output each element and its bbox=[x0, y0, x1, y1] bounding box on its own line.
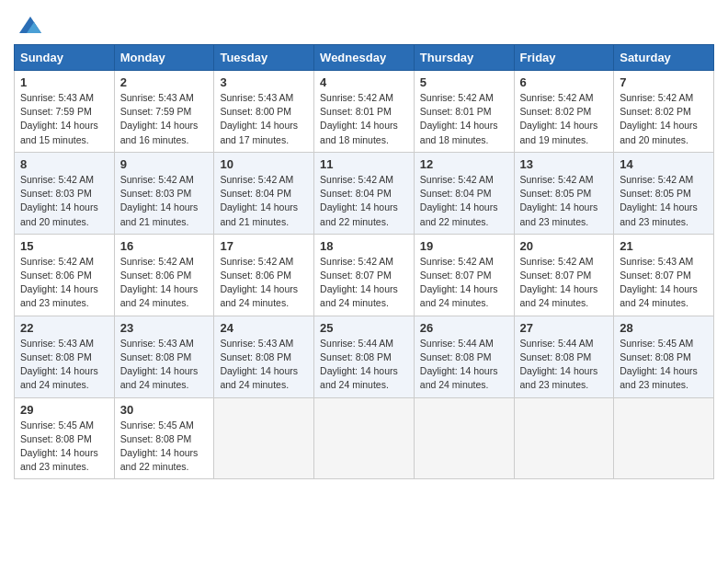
day-info: Sunrise: 5:42 AM Sunset: 8:01 PM Dayligh… bbox=[420, 91, 508, 147]
daylight-label: Daylight: 14 hours and 22 minutes. bbox=[420, 201, 498, 226]
day-info: Sunrise: 5:42 AM Sunset: 8:06 PM Dayligh… bbox=[120, 255, 209, 311]
sunset-label: Sunset: 8:08 PM bbox=[20, 351, 92, 362]
daylight-label: Daylight: 14 hours and 23 minutes. bbox=[520, 201, 598, 226]
calendar-cell: 27 Sunrise: 5:44 AM Sunset: 8:08 PM Dayl… bbox=[514, 316, 614, 397]
logo-icon bbox=[17, 13, 43, 39]
daylight-label: Daylight: 14 hours and 24 minutes. bbox=[320, 283, 398, 308]
calendar-week-row: 22 Sunrise: 5:43 AM Sunset: 8:08 PM Dayl… bbox=[15, 316, 714, 397]
day-number: 25 bbox=[320, 321, 408, 335]
sunrise-label: Sunrise: 5:42 AM bbox=[220, 256, 293, 267]
day-number: 17 bbox=[220, 239, 308, 253]
calendar-cell bbox=[514, 397, 614, 479]
sunrise-label: Sunrise: 5:45 AM bbox=[120, 419, 194, 431]
daylight-label: Daylight: 14 hours and 23 minutes. bbox=[520, 365, 598, 390]
calendar: SundayMondayTuesdayWednesdayThursdayFrid… bbox=[14, 44, 714, 479]
sunrise-label: Sunrise: 5:42 AM bbox=[420, 256, 494, 267]
calendar-cell: 30 Sunrise: 5:45 AM Sunset: 8:08 PM Dayl… bbox=[114, 397, 214, 479]
sunrise-label: Sunrise: 5:44 AM bbox=[420, 338, 494, 349]
sunset-label: Sunset: 8:00 PM bbox=[220, 106, 291, 117]
daylight-label: Daylight: 14 hours and 16 minutes. bbox=[120, 120, 199, 144]
day-info: Sunrise: 5:43 AM Sunset: 7:59 PM Dayligh… bbox=[20, 91, 108, 147]
calendar-cell: 6 Sunrise: 5:42 AM Sunset: 8:02 PM Dayli… bbox=[514, 71, 614, 153]
daylight-label: Daylight: 14 hours and 24 minutes. bbox=[420, 283, 498, 308]
calendar-cell: 20 Sunrise: 5:42 AM Sunset: 8:07 PM Dayl… bbox=[514, 234, 614, 316]
day-number: 9 bbox=[120, 157, 209, 171]
sunset-label: Sunset: 8:08 PM bbox=[520, 351, 592, 362]
sunrise-label: Sunrise: 5:42 AM bbox=[20, 174, 94, 185]
sunrise-label: Sunrise: 5:42 AM bbox=[320, 92, 393, 103]
daylight-label: Daylight: 14 hours and 24 minutes. bbox=[120, 365, 199, 390]
calendar-cell: 29 Sunrise: 5:45 AM Sunset: 8:08 PM Dayl… bbox=[15, 397, 115, 479]
day-info: Sunrise: 5:42 AM Sunset: 8:02 PM Dayligh… bbox=[520, 91, 609, 147]
sunrise-label: Sunrise: 5:42 AM bbox=[420, 92, 494, 103]
day-number: 21 bbox=[620, 239, 708, 253]
sunset-label: Sunset: 8:04 PM bbox=[420, 188, 492, 199]
daylight-label: Daylight: 14 hours and 24 minutes. bbox=[120, 283, 199, 308]
sunset-label: Sunset: 8:07 PM bbox=[520, 270, 592, 281]
weekday-header-saturday: Saturday bbox=[614, 45, 714, 71]
sunrise-label: Sunrise: 5:42 AM bbox=[520, 256, 594, 267]
sunrise-label: Sunrise: 5:43 AM bbox=[120, 92, 194, 103]
calendar-cell: 17 Sunrise: 5:42 AM Sunset: 8:06 PM Dayl… bbox=[214, 234, 314, 316]
day-info: Sunrise: 5:42 AM Sunset: 8:01 PM Dayligh… bbox=[320, 91, 408, 147]
day-number: 22 bbox=[20, 321, 108, 335]
calendar-cell: 13 Sunrise: 5:42 AM Sunset: 8:05 PM Dayl… bbox=[514, 152, 614, 234]
day-info: Sunrise: 5:44 AM Sunset: 8:08 PM Dayligh… bbox=[320, 337, 408, 393]
daylight-label: Daylight: 14 hours and 24 minutes. bbox=[320, 365, 398, 390]
sunset-label: Sunset: 8:08 PM bbox=[120, 351, 192, 362]
day-info: Sunrise: 5:42 AM Sunset: 8:02 PM Dayligh… bbox=[620, 91, 708, 147]
day-number: 8 bbox=[20, 157, 108, 171]
daylight-label: Daylight: 14 hours and 15 minutes. bbox=[20, 120, 98, 144]
sunrise-label: Sunrise: 5:42 AM bbox=[320, 256, 393, 267]
sunrise-label: Sunrise: 5:42 AM bbox=[620, 92, 693, 103]
daylight-label: Daylight: 14 hours and 23 minutes. bbox=[20, 447, 98, 472]
day-number: 11 bbox=[320, 157, 408, 171]
calendar-week-row: 29 Sunrise: 5:45 AM Sunset: 8:08 PM Dayl… bbox=[15, 397, 714, 479]
sunset-label: Sunset: 8:03 PM bbox=[120, 188, 192, 199]
day-number: 24 bbox=[220, 321, 308, 335]
sunset-label: Sunset: 8:05 PM bbox=[520, 188, 592, 199]
day-info: Sunrise: 5:42 AM Sunset: 8:03 PM Dayligh… bbox=[120, 173, 209, 229]
day-info: Sunrise: 5:43 AM Sunset: 8:07 PM Dayligh… bbox=[620, 255, 708, 311]
daylight-label: Daylight: 14 hours and 24 minutes. bbox=[20, 365, 98, 390]
day-info: Sunrise: 5:45 AM Sunset: 8:08 PM Dayligh… bbox=[120, 419, 209, 475]
sunrise-label: Sunrise: 5:45 AM bbox=[620, 338, 693, 349]
calendar-cell: 9 Sunrise: 5:42 AM Sunset: 8:03 PM Dayli… bbox=[114, 152, 214, 234]
daylight-label: Daylight: 14 hours and 24 minutes. bbox=[420, 365, 498, 390]
calendar-cell: 25 Sunrise: 5:44 AM Sunset: 8:08 PM Dayl… bbox=[314, 316, 415, 397]
daylight-label: Daylight: 14 hours and 19 minutes. bbox=[520, 120, 598, 144]
calendar-cell: 21 Sunrise: 5:43 AM Sunset: 8:07 PM Dayl… bbox=[614, 234, 714, 316]
day-number: 27 bbox=[520, 321, 609, 335]
sunrise-label: Sunrise: 5:43 AM bbox=[620, 256, 693, 267]
sunrise-label: Sunrise: 5:42 AM bbox=[20, 256, 94, 267]
day-number: 23 bbox=[120, 321, 209, 335]
weekday-header-tuesday: Tuesday bbox=[214, 45, 314, 71]
calendar-cell: 12 Sunrise: 5:42 AM Sunset: 8:04 PM Dayl… bbox=[414, 152, 514, 234]
calendar-cell bbox=[414, 397, 514, 479]
day-info: Sunrise: 5:42 AM Sunset: 8:04 PM Dayligh… bbox=[420, 173, 508, 229]
calendar-cell: 28 Sunrise: 5:45 AM Sunset: 8:08 PM Dayl… bbox=[614, 316, 714, 397]
day-info: Sunrise: 5:42 AM Sunset: 8:06 PM Dayligh… bbox=[20, 255, 108, 311]
header bbox=[14, 9, 714, 39]
sunrise-label: Sunrise: 5:44 AM bbox=[520, 338, 594, 349]
day-number: 29 bbox=[20, 403, 108, 417]
calendar-cell: 3 Sunrise: 5:43 AM Sunset: 8:00 PM Dayli… bbox=[214, 71, 314, 153]
daylight-label: Daylight: 14 hours and 22 minutes. bbox=[120, 447, 199, 472]
sunrise-label: Sunrise: 5:43 AM bbox=[120, 338, 194, 349]
day-number: 30 bbox=[120, 403, 209, 417]
sunset-label: Sunset: 8:01 PM bbox=[320, 106, 392, 117]
day-number: 18 bbox=[320, 239, 408, 253]
day-info: Sunrise: 5:45 AM Sunset: 8:08 PM Dayligh… bbox=[20, 419, 108, 475]
calendar-cell bbox=[314, 397, 415, 479]
day-info: Sunrise: 5:42 AM Sunset: 8:07 PM Dayligh… bbox=[420, 255, 508, 311]
daylight-label: Daylight: 14 hours and 18 minutes. bbox=[420, 120, 498, 144]
sunset-label: Sunset: 8:08 PM bbox=[20, 433, 92, 444]
sunset-label: Sunset: 8:08 PM bbox=[420, 351, 492, 362]
day-number: 20 bbox=[520, 239, 609, 253]
day-number: 6 bbox=[520, 75, 609, 89]
sunrise-label: Sunrise: 5:43 AM bbox=[20, 338, 94, 349]
daylight-label: Daylight: 14 hours and 17 minutes. bbox=[220, 120, 298, 144]
daylight-label: Daylight: 14 hours and 21 minutes. bbox=[120, 201, 199, 226]
calendar-cell: 16 Sunrise: 5:42 AM Sunset: 8:06 PM Dayl… bbox=[114, 234, 214, 316]
daylight-label: Daylight: 14 hours and 20 minutes. bbox=[20, 201, 98, 226]
